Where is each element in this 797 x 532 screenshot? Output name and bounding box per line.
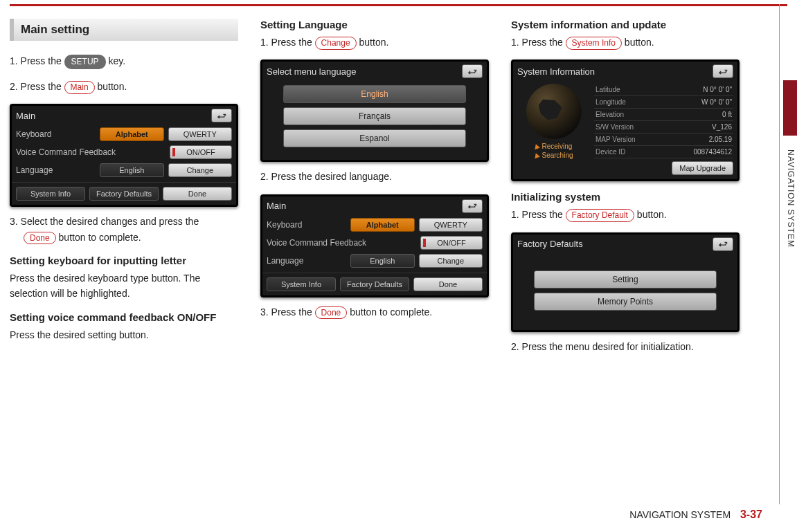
shot-title: System Information	[517, 66, 595, 77]
row-keyboard: Keyboard Alphabet QWERTY	[262, 216, 487, 234]
page-content: Main setting 1. Press the SETUP key. 2. …	[0, 6, 797, 371]
screenshot-system-information: System Information ⮐ Receiving Searching…	[511, 59, 740, 181]
btn-map-upgrade[interactable]: Map Upgrade	[672, 161, 733, 175]
shot-header: Select menu language ⮐	[262, 62, 487, 81]
btn-factory-defaults[interactable]: Factory Defaults	[89, 187, 159, 201]
section-title-main: Main setting	[10, 19, 238, 41]
label: Device ID	[595, 148, 625, 156]
btn-alphabet[interactable]: Alphabet	[100, 127, 164, 141]
lang-option-francais[interactable]: Français	[283, 107, 466, 125]
btn-change[interactable]: Change	[168, 163, 233, 177]
btn-system-info[interactable]: System Info	[267, 277, 336, 291]
globe-column: Receiving Searching	[517, 84, 590, 175]
text: 1. Press the	[511, 209, 566, 220]
sys-step-1: 1. Press the System Info button.	[511, 35, 740, 50]
lang-step-2: 2. Press the desired language.	[260, 169, 489, 184]
column-main-setting: Main setting 1. Press the SETUP key. 2. …	[10, 19, 238, 364]
done-button-label: Done	[24, 232, 56, 245]
subhead-setting-language: Setting Language	[260, 19, 489, 30]
value: 0087434612	[693, 148, 732, 156]
screenshot-select-language: Select menu language ⮐ English Français …	[260, 59, 489, 162]
footer-section: NAVIGATION SYSTEM	[629, 509, 731, 520]
text: 3. Select the desired changes and press …	[10, 216, 199, 227]
side-tab: NAVIGATION SYSTEM	[779, 4, 797, 504]
text: button to complete.	[350, 306, 432, 318]
side-tab-label: NAVIGATION SYSTEM	[786, 149, 796, 248]
btn-alphabet[interactable]: Alphabet	[350, 218, 415, 232]
btn-done[interactable]: Done	[163, 187, 232, 201]
shot-title: Factory Defaults	[517, 239, 583, 249]
text: 2. Press the	[10, 81, 64, 92]
text: button.	[625, 37, 654, 48]
gps-status: Receiving Searching	[534, 142, 573, 160]
column-language: Setting Language 1. Press the Change but…	[260, 19, 489, 364]
row-latitude: LatitudeN 0° 0' 0"	[594, 84, 733, 96]
text: button.	[359, 37, 389, 48]
back-icon[interactable]: ⮐	[462, 199, 483, 213]
page-footer: NAVIGATION SYSTEM 3-37	[629, 508, 762, 521]
body-keyboard: Press the desired keyboard type button. …	[10, 270, 238, 302]
label: Elevation	[595, 111, 624, 118]
label-keyboard: Keyboard	[267, 220, 346, 230]
subhead-voice: Setting voice command feedback ON/OFF	[10, 311, 238, 323]
back-icon[interactable]: ⮐	[211, 109, 232, 122]
btn-onoff[interactable]: ON/OFF	[420, 236, 483, 250]
map-upgrade-row: Map Upgrade	[594, 161, 733, 175]
btn-onoff[interactable]: ON/OFF	[170, 145, 232, 159]
side-tab-marker	[783, 80, 797, 136]
label-voice: Voice Command Feedback	[16, 147, 165, 157]
label: S/W Version	[595, 123, 634, 131]
factory-default-button-label: Factory Default	[566, 209, 634, 222]
page-number: 3-37	[740, 508, 762, 520]
label: Latitude	[595, 86, 620, 93]
row-elevation: Elevation0 ft	[594, 109, 733, 121]
change-button-label: Change	[315, 37, 357, 50]
btn-factory-defaults[interactable]: Factory Defaults	[340, 277, 409, 291]
screenshot-main-settings: Main ⮐ Keyboard Alphabet QWERTY Voice Co…	[10, 104, 238, 207]
setup-key: SETUP	[64, 55, 106, 69]
subhead-system-info: System information and update	[511, 19, 740, 30]
main-button-label: Main	[64, 81, 95, 94]
row-language: Language English Change	[262, 252, 487, 270]
info-table: LatitudeN 0° 0' 0" LongitudeW 0° 0' 0" E…	[594, 84, 733, 175]
lang-value: English	[100, 163, 164, 177]
back-icon[interactable]: ⮐	[713, 237, 733, 251]
label: MAP Version	[595, 136, 636, 143]
value: 2.05.19	[709, 136, 732, 143]
shot-header: Factory Defaults ⮐	[513, 235, 737, 254]
back-icon[interactable]: ⮐	[713, 64, 733, 78]
btn-done[interactable]: Done	[413, 277, 483, 291]
back-icon[interactable]: ⮐	[462, 64, 483, 78]
value: 0 ft	[722, 111, 732, 118]
shot-bottom-bar: System Info Factory Defaults Done	[12, 182, 236, 205]
text: button.	[98, 81, 127, 92]
lang-option-espanol[interactable]: Espanol	[283, 129, 466, 147]
shot-title: Main	[16, 111, 35, 121]
shot-header: System Information ⮐	[513, 62, 737, 81]
text: button.	[637, 209, 667, 220]
subhead-initializing: Initializing system	[511, 191, 740, 203]
column-system: System information and update 1. Press t…	[511, 19, 740, 364]
screenshot-main-settings-2: Main ⮐ Keyboard Alphabet QWERTY Voice Co…	[260, 194, 489, 297]
shot-title: Select menu language	[267, 66, 356, 77]
label-keyboard: Keyboard	[16, 129, 96, 139]
btn-change[interactable]: Change	[419, 254, 483, 268]
factory-option-setting[interactable]: Setting	[534, 270, 717, 288]
btn-system-info[interactable]: System Info	[16, 187, 85, 201]
btn-qwerty[interactable]: QWERTY	[168, 127, 233, 141]
shot-header: Main ⮐	[12, 106, 236, 125]
label-voice: Voice Command Feedback	[267, 238, 416, 248]
row-longitude: LongitudeW 0° 0' 0"	[594, 96, 733, 109]
value: V_126	[712, 123, 732, 131]
text: button to complete.	[59, 232, 141, 243]
body-voice: Press the desired setting button.	[10, 327, 238, 342]
factory-option-memory-points[interactable]: Memory Points	[534, 293, 717, 311]
init-step-1: 1. Press the Factory Default button.	[511, 207, 740, 222]
text: 1. Press the	[511, 37, 566, 48]
label: Longitude	[595, 98, 626, 106]
value: W 0° 0' 0"	[701, 98, 732, 106]
text: 1. Press the	[10, 55, 64, 66]
arrow-icon	[534, 143, 541, 149]
lang-option-english[interactable]: English	[283, 85, 466, 103]
btn-qwerty[interactable]: QWERTY	[419, 218, 483, 232]
